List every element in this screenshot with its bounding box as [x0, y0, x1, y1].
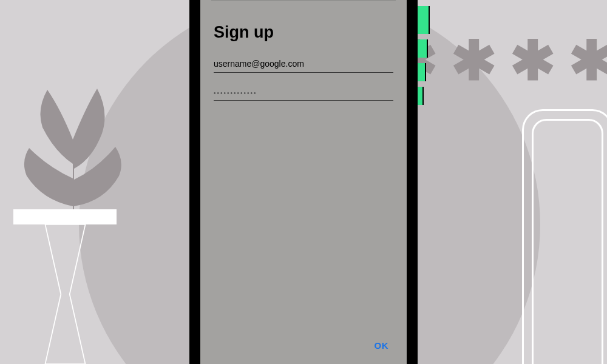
autofill-indicator — [418, 39, 428, 58]
username-field[interactable] — [214, 55, 393, 73]
signup-title: Sign up — [214, 23, 393, 42]
phone-frame: Sign up OK — [189, 0, 418, 364]
screen-top-divider — [211, 0, 396, 1]
asterisk-icon: ✱ — [510, 33, 555, 88]
autofill-indicator — [418, 63, 426, 81]
asterisk-icon: ✱ — [569, 33, 607, 88]
password-field[interactable] — [214, 86, 393, 101]
phone-screen: Sign up OK — [200, 0, 407, 364]
autofill-indicator — [418, 87, 424, 105]
ghost-phone-inner-outline — [532, 119, 603, 364]
plant-illustration — [18, 85, 127, 215]
asterisk-icon: ✱ — [451, 33, 497, 88]
ok-button[interactable]: OK — [370, 337, 394, 354]
autofill-indicator — [418, 6, 430, 34]
